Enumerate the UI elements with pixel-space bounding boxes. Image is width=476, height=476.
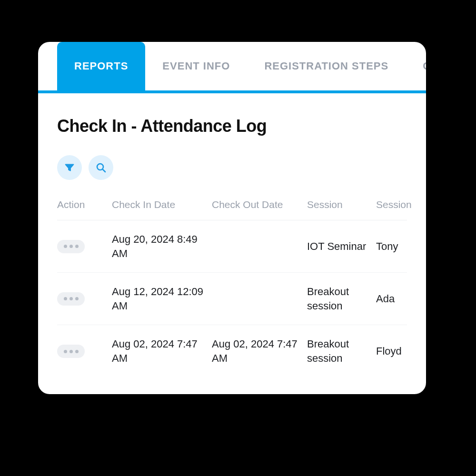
- page-title: Check In - Attendance Log: [57, 116, 407, 136]
- cell-action: [57, 240, 112, 253]
- content-area: Check In - Attendance Log Action Check I…: [38, 93, 426, 377]
- col-name: Session: [376, 199, 412, 210]
- cell-name: Tony: [376, 239, 407, 254]
- row-actions-button[interactable]: [57, 240, 85, 253]
- report-card: REPORTS EVENT INFO REGISTRATION STEPS CO…: [38, 42, 426, 394]
- toolbar: [57, 155, 407, 180]
- col-check-out: Check Out Date: [212, 199, 307, 210]
- tab-reports[interactable]: REPORTS: [57, 42, 145, 90]
- table-header: Action Check In Date Check Out Date Sess…: [57, 199, 407, 220]
- cell-session: Breakout session: [307, 285, 376, 313]
- tab-bar: REPORTS EVENT INFO REGISTRATION STEPS CO…: [38, 42, 426, 93]
- tab-communications[interactable]: COMMUNICATIONS: [406, 42, 426, 90]
- dots-icon: [64, 297, 67, 300]
- dots-icon: [64, 350, 67, 353]
- table-row: Aug 12, 2024 12:09 AM Breakout session A…: [57, 273, 407, 325]
- search-icon: [95, 162, 107, 173]
- cell-name: Floyd: [376, 344, 407, 358]
- tab-registration-steps[interactable]: REGISTRATION STEPS: [247, 42, 406, 90]
- cell-name: Ada: [376, 292, 407, 306]
- dots-icon: [64, 245, 67, 248]
- filter-button[interactable]: [57, 155, 82, 180]
- cell-action: [57, 292, 112, 306]
- col-action: Action: [57, 199, 112, 210]
- attendance-table: Action Check In Date Check Out Date Sess…: [57, 199, 407, 377]
- cell-check-out: Aug 02, 2024 7:47 AM: [212, 337, 307, 365]
- svg-line-1: [103, 169, 105, 172]
- filter-icon: [64, 162, 75, 173]
- cell-session: Breakout session: [307, 337, 376, 365]
- cell-action: [57, 345, 112, 358]
- table-row: Aug 02, 2024 7:47 AM Aug 02, 2024 7:47 A…: [57, 325, 407, 377]
- col-check-in: Check In Date: [112, 199, 212, 210]
- row-actions-button[interactable]: [57, 292, 85, 306]
- search-button[interactable]: [89, 155, 113, 180]
- cell-check-in: Aug 02, 2024 7:47 AM: [112, 337, 212, 365]
- cell-session: IOT Seminar: [307, 239, 376, 254]
- table-row: Aug 20, 2024 8:49 AM IOT Seminar Tony: [57, 220, 407, 273]
- cell-check-in: Aug 20, 2024 8:49 AM: [112, 232, 212, 260]
- row-actions-button[interactable]: [57, 345, 85, 358]
- svg-point-0: [97, 164, 103, 170]
- tab-event-info[interactable]: EVENT INFO: [145, 42, 247, 90]
- cell-check-in: Aug 12, 2024 12:09 AM: [112, 285, 212, 313]
- col-session: Session: [307, 199, 376, 210]
